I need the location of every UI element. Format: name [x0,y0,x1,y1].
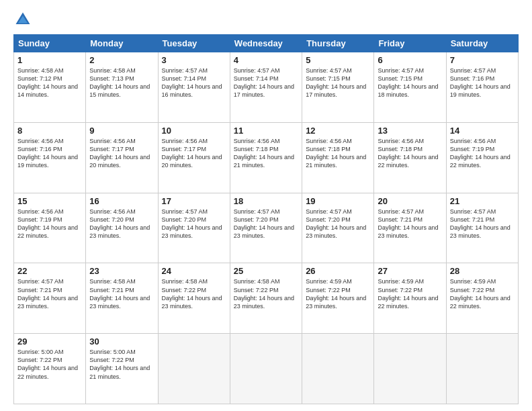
calendar-cell: 24 Sunrise: 4:58 AM Sunset: 7:22 PM Dayl… [158,263,230,334]
day-number: 27 [378,266,442,276]
day-number: 7 [450,55,515,65]
calendar-cell: 27 Sunrise: 4:59 AM Sunset: 7:22 PM Dayl… [374,263,446,334]
calendar-cell: 2 Sunrise: 4:58 AM Sunset: 7:13 PM Dayli… [86,52,158,123]
cell-details: Sunrise: 4:59 AM Sunset: 7:22 PM Dayligh… [378,277,442,310]
calendar-cell: 6 Sunrise: 4:57 AM Sunset: 7:15 PM Dayli… [374,52,446,123]
cell-details: Sunrise: 4:56 AM Sunset: 7:18 PM Dayligh… [306,137,370,170]
cell-details: Sunrise: 4:57 AM Sunset: 7:16 PM Dayligh… [450,66,515,99]
cell-details: Sunrise: 4:59 AM Sunset: 7:22 PM Dayligh… [450,277,515,310]
cell-details: Sunrise: 4:58 AM Sunset: 7:22 PM Dayligh… [162,277,226,310]
day-number: 8 [17,126,82,136]
day-number: 18 [234,196,298,206]
cell-details: Sunrise: 4:56 AM Sunset: 7:19 PM Dayligh… [17,208,82,240]
day-number: 21 [450,196,515,206]
calendar-cell: 7 Sunrise: 4:57 AM Sunset: 7:16 PM Dayli… [446,52,518,123]
calendar-cell: 9 Sunrise: 4:56 AM Sunset: 7:17 PM Dayli… [86,122,158,193]
weekday-header-saturday: Saturday [446,35,518,52]
header [13,10,519,29]
day-number: 22 [17,266,82,276]
calendar-week-1: 1 Sunrise: 4:58 AM Sunset: 7:12 PM Dayli… [14,52,519,123]
cell-details: Sunrise: 4:56 AM Sunset: 7:16 PM Dayligh… [17,137,82,170]
calendar-week-5: 29 Sunrise: 5:00 AM Sunset: 7:22 PM Dayl… [14,334,519,404]
cell-details: Sunrise: 4:57 AM Sunset: 7:20 PM Dayligh… [306,208,370,240]
calendar-cell: 11 Sunrise: 4:56 AM Sunset: 7:18 PM Dayl… [230,122,302,193]
calendar-cell: 18 Sunrise: 4:57 AM Sunset: 7:20 PM Dayl… [230,193,302,263]
calendar-cell: 1 Sunrise: 4:58 AM Sunset: 7:12 PM Dayli… [14,52,86,123]
calendar-cell: 17 Sunrise: 4:57 AM Sunset: 7:20 PM Dayl… [158,193,230,263]
cell-details: Sunrise: 4:56 AM Sunset: 7:18 PM Dayligh… [234,137,298,170]
day-number: 2 [89,55,154,65]
day-number: 25 [234,266,298,276]
calendar-week-2: 8 Sunrise: 4:56 AM Sunset: 7:16 PM Dayli… [14,122,519,193]
cell-details: Sunrise: 4:58 AM Sunset: 7:12 PM Dayligh… [17,66,82,99]
calendar-cell: 10 Sunrise: 4:56 AM Sunset: 7:17 PM Dayl… [158,122,230,193]
day-number: 4 [234,55,298,65]
calendar-cell: 26 Sunrise: 4:59 AM Sunset: 7:22 PM Dayl… [302,263,374,334]
day-number: 26 [306,266,370,276]
day-number: 11 [234,126,298,136]
day-number: 16 [89,196,154,206]
cell-details: Sunrise: 5:00 AM Sunset: 7:22 PM Dayligh… [17,348,82,381]
day-number: 24 [162,266,226,276]
calendar-cell: 19 Sunrise: 4:57 AM Sunset: 7:20 PM Dayl… [302,193,374,263]
cell-details: Sunrise: 4:57 AM Sunset: 7:21 PM Dayligh… [17,277,82,310]
day-number: 19 [306,196,370,206]
calendar-cell: 20 Sunrise: 4:57 AM Sunset: 7:21 PM Dayl… [374,193,446,263]
logo-icon [13,10,32,29]
cell-details: Sunrise: 4:56 AM Sunset: 7:18 PM Dayligh… [378,137,442,170]
calendar-cell: 23 Sunrise: 4:58 AM Sunset: 7:21 PM Dayl… [86,263,158,334]
cell-details: Sunrise: 4:58 AM Sunset: 7:22 PM Dayligh… [234,277,298,310]
cell-details: Sunrise: 4:57 AM Sunset: 7:20 PM Dayligh… [234,208,298,240]
cell-details: Sunrise: 4:57 AM Sunset: 7:21 PM Dayligh… [378,208,442,240]
calendar-cell: 5 Sunrise: 4:57 AM Sunset: 7:15 PM Dayli… [302,52,374,123]
calendar-cell: 8 Sunrise: 4:56 AM Sunset: 7:16 PM Dayli… [14,122,86,193]
cell-details: Sunrise: 4:57 AM Sunset: 7:15 PM Dayligh… [306,66,370,99]
page: SundayMondayTuesdayWednesdayThursdayFrid… [0,0,532,411]
calendar-cell: 22 Sunrise: 4:57 AM Sunset: 7:21 PM Dayl… [14,263,86,334]
calendar-cell: 28 Sunrise: 4:59 AM Sunset: 7:22 PM Dayl… [446,263,518,334]
cell-details: Sunrise: 4:57 AM Sunset: 7:15 PM Dayligh… [378,66,442,99]
day-number: 13 [378,126,442,136]
day-number: 23 [89,266,154,276]
day-number: 3 [162,55,226,65]
calendar-cell: 25 Sunrise: 4:58 AM Sunset: 7:22 PM Dayl… [230,263,302,334]
weekday-header-thursday: Thursday [302,35,374,52]
day-number: 12 [306,126,370,136]
calendar-cell [230,334,302,404]
cell-details: Sunrise: 4:59 AM Sunset: 7:22 PM Dayligh… [306,277,370,310]
day-number: 5 [306,55,370,65]
calendar-cell [302,334,374,404]
cell-details: Sunrise: 4:57 AM Sunset: 7:14 PM Dayligh… [162,66,226,99]
day-number: 14 [450,126,515,136]
calendar-cell: 30 Sunrise: 5:00 AM Sunset: 7:22 PM Dayl… [86,334,158,404]
weekday-header-wednesday: Wednesday [230,35,302,52]
cell-details: Sunrise: 4:56 AM Sunset: 7:17 PM Dayligh… [162,137,226,170]
calendar-cell [374,334,446,404]
calendar-table: SundayMondayTuesdayWednesdayThursdayFrid… [13,34,519,404]
calendar-cell [446,334,518,404]
cell-details: Sunrise: 4:57 AM Sunset: 7:21 PM Dayligh… [450,208,515,240]
calendar-cell: 14 Sunrise: 4:56 AM Sunset: 7:19 PM Dayl… [446,122,518,193]
cell-details: Sunrise: 5:00 AM Sunset: 7:22 PM Dayligh… [89,348,154,381]
weekday-header-tuesday: Tuesday [158,35,230,52]
cell-details: Sunrise: 4:56 AM Sunset: 7:17 PM Dayligh… [89,137,154,170]
cell-details: Sunrise: 4:58 AM Sunset: 7:21 PM Dayligh… [89,277,154,310]
calendar-cell: 12 Sunrise: 4:56 AM Sunset: 7:18 PM Dayl… [302,122,374,193]
calendar-week-3: 15 Sunrise: 4:56 AM Sunset: 7:19 PM Dayl… [14,193,519,263]
weekday-header-sunday: Sunday [14,35,86,52]
cell-details: Sunrise: 4:56 AM Sunset: 7:19 PM Dayligh… [450,137,515,170]
cell-details: Sunrise: 4:58 AM Sunset: 7:13 PM Dayligh… [89,66,154,99]
logo [13,10,35,29]
day-number: 10 [162,126,226,136]
calendar-cell: 16 Sunrise: 4:56 AM Sunset: 7:20 PM Dayl… [86,193,158,263]
day-number: 17 [162,196,226,206]
day-number: 20 [378,196,442,206]
weekday-header-friday: Friday [374,35,446,52]
calendar-cell: 3 Sunrise: 4:57 AM Sunset: 7:14 PM Dayli… [158,52,230,123]
cell-details: Sunrise: 4:57 AM Sunset: 7:20 PM Dayligh… [162,208,226,240]
day-number: 29 [17,336,82,347]
day-number: 9 [89,126,154,136]
day-number: 1 [17,55,82,65]
day-number: 30 [89,336,154,347]
day-number: 15 [17,196,82,206]
